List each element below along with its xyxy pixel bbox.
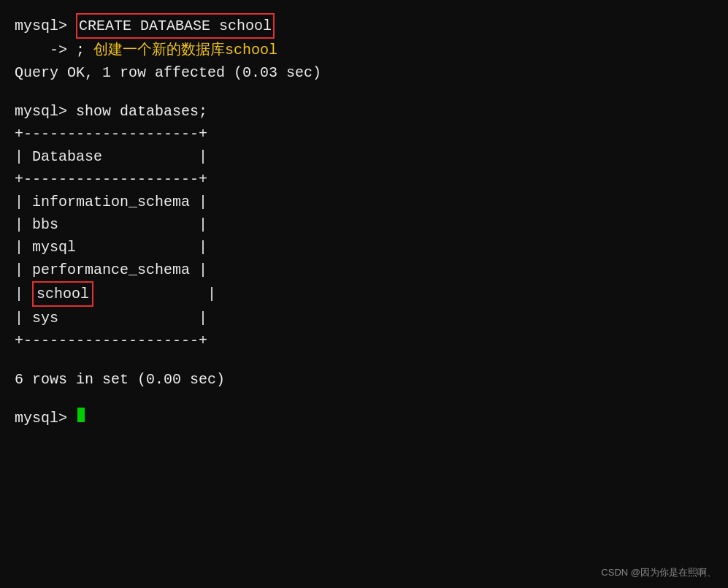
table-school-suffix: |	[93, 283, 216, 305]
table-top-border: +--------------------+	[15, 123, 713, 145]
school-database-highlighted: school	[32, 281, 93, 307]
table-header-separator: +--------------------+	[15, 168, 713, 191]
table-row-sys: | sys |	[15, 307, 713, 329]
chinese-comment: 创建一个新的数据库school	[93, 39, 277, 61]
continuation-prompt: ->	[15, 39, 76, 61]
watermark: CSDN @因为你是在熙啊、	[601, 566, 716, 579]
table-row-performance-schema: | performance_schema |	[15, 259, 713, 281]
semicolon: ;	[76, 39, 93, 61]
spacer-3	[15, 391, 713, 407]
show-databases-text: mysql> show databases;	[15, 100, 207, 123]
table-row-information-schema: | information_schema |	[15, 191, 713, 213]
prompt-1: mysql>	[15, 15, 76, 37]
spacer-2	[15, 352, 713, 368]
final-prompt-line[interactable]: mysql>	[15, 407, 713, 429]
table-header-row: | Database |	[15, 145, 713, 168]
table-row-mysql: | mysql |	[15, 236, 713, 259]
command-line-1: mysql> CREATE DATABASE school	[15, 13, 713, 39]
rows-in-set-line: 6 rows in set (0.00 sec)	[15, 368, 713, 391]
table-row-bbs: | bbs |	[15, 213, 713, 236]
final-prompt: mysql>	[15, 407, 76, 429]
query-ok-line: Query OK, 1 row affected (0.03 sec)	[15, 61, 713, 84]
query-result: Query OK, 1 row affected (0.03 sec)	[15, 61, 321, 84]
table-row-school: | school |	[15, 281, 713, 307]
terminal-window: mysql> CREATE DATABASE school -> ; 创建一个新…	[0, 0, 728, 588]
show-databases-line: mysql> show databases;	[15, 100, 713, 123]
cursor-block	[77, 408, 85, 422]
create-database-command: CREATE DATABASE school	[76, 13, 275, 39]
rows-result: 6 rows in set (0.00 sec)	[15, 368, 225, 391]
table-school-prefix: |	[15, 283, 32, 305]
table-bottom-border: +--------------------+	[15, 329, 713, 352]
spacer-1	[15, 84, 713, 100]
continuation-line: -> ; 创建一个新的数据库school	[15, 39, 713, 61]
